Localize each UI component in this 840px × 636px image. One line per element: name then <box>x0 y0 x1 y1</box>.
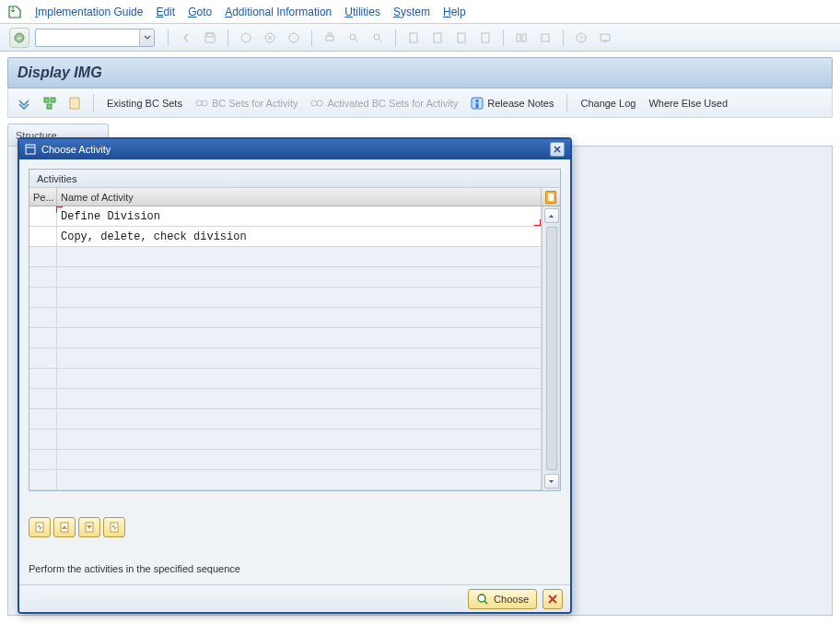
svg-point-24 <box>196 100 202 106</box>
prev-page-icon <box>427 28 448 48</box>
svg-rect-32 <box>26 145 35 154</box>
sap-menu-icon[interactable] <box>7 5 22 19</box>
last-page-button[interactable] <box>103 517 125 537</box>
grid-header: Pe... Name of Activity <box>29 188 560 206</box>
cancel-button[interactable] <box>542 589 563 609</box>
svg-point-5 <box>289 33 298 42</box>
where-else-used-label: Where Else Used <box>648 98 728 109</box>
grid-caption: Activities <box>29 170 560 188</box>
column-perform[interactable]: Pe... <box>29 188 57 206</box>
menu-additional-information[interactable]: Additional Information <box>225 6 332 18</box>
change-log-button[interactable]: Change Log <box>577 96 639 111</box>
cancel-icon <box>260 28 280 48</box>
column-name[interactable]: Name of Activity <box>57 188 542 206</box>
menu-utilities[interactable]: Utilities <box>344 6 380 18</box>
next-page-button[interactable] <box>78 517 100 537</box>
title-bar: Display IMG <box>7 57 833 88</box>
table-row[interactable]: Define Division <box>29 206 542 227</box>
chevron-down-icon[interactable] <box>139 29 154 46</box>
scroll-up-button[interactable] <box>544 208 559 223</box>
menu-goto[interactable]: Goto <box>188 6 212 18</box>
svg-point-25 <box>202 100 207 106</box>
next-page-icon <box>451 28 472 48</box>
svg-point-27 <box>317 100 322 106</box>
scroll-down-button[interactable] <box>544 474 559 489</box>
cell-name[interactable]: Copy, delete, check division <box>57 227 542 246</box>
magnifier-icon <box>476 593 489 606</box>
svg-rect-16 <box>542 34 549 41</box>
svg-point-0 <box>15 33 24 42</box>
table-row <box>29 450 542 470</box>
svg-rect-30 <box>476 103 479 108</box>
svg-rect-21 <box>51 98 55 102</box>
table-row <box>29 267 542 288</box>
close-icon <box>554 146 561 153</box>
instruction-text: Perform the activities in the specified … <box>29 563 561 574</box>
menu-implementation-guide[interactable]: Implementation Guide <box>35 6 143 18</box>
svg-rect-12 <box>458 33 465 42</box>
standard-toolbar: ? <box>0 24 840 52</box>
img-structure-button[interactable] <box>40 95 60 112</box>
table-row <box>29 409 542 430</box>
table-row <box>29 348 542 369</box>
page-title: Display IMG <box>18 65 102 81</box>
prev-page-button[interactable] <box>53 517 76 537</box>
svg-text:?: ? <box>579 34 584 42</box>
first-page-button[interactable] <box>29 517 51 537</box>
choose-button[interactable]: Choose <box>468 589 537 609</box>
svg-rect-10 <box>410 33 417 42</box>
activated-bc-sets-button[interactable]: Activated BC Sets for Activity <box>307 96 461 111</box>
session-icon <box>284 28 304 48</box>
window-icon <box>25 144 36 155</box>
dialog-footer: Choose <box>19 584 570 612</box>
grid-body: Define Division Copy, delete, check divi… <box>29 206 542 490</box>
menu-bar: Implementation Guide Edit Goto Additiona… <box>0 0 840 24</box>
svg-point-3 <box>241 33 251 42</box>
scroll-track[interactable] <box>546 227 557 470</box>
menu-help[interactable]: Help <box>443 6 466 18</box>
table-row <box>29 470 542 490</box>
table-row <box>29 328 542 348</box>
svg-rect-22 <box>47 104 52 109</box>
change-log-label: Change Log <box>580 98 636 109</box>
release-notes-button[interactable]: Release Notes <box>467 95 557 112</box>
table-row <box>29 288 542 308</box>
svg-rect-13 <box>482 33 489 42</box>
choose-button-label: Choose <box>494 594 529 605</box>
svg-rect-6 <box>326 36 333 41</box>
shortcut-icon <box>535 28 555 48</box>
local-layout-icon <box>595 28 615 48</box>
svg-rect-2 <box>207 33 213 37</box>
menu-edit[interactable]: Edit <box>156 6 175 18</box>
menu-system[interactable]: System <box>393 6 430 18</box>
where-else-used-button[interactable]: Where Else Used <box>645 96 731 111</box>
svg-point-37 <box>478 595 485 602</box>
first-page-icon <box>403 28 424 48</box>
print-icon <box>320 28 340 48</box>
find-icon <box>344 28 364 48</box>
dialog-titlebar: Choose Activity <box>19 139 570 159</box>
activities-grid: Activities Pe... Name of Activity Define… <box>29 169 561 491</box>
expand-all-button[interactable] <box>14 95 34 112</box>
doc-button[interactable] <box>65 95 84 112</box>
activated-bc-sets-label: Activated BC Sets for Activity <box>327 98 458 109</box>
vertical-scrollbar[interactable] <box>542 206 560 490</box>
command-field[interactable] <box>35 29 155 47</box>
svg-rect-14 <box>517 34 520 41</box>
dialog-close-button[interactable] <box>550 142 565 157</box>
existing-bc-sets-button[interactable]: Existing BC Sets <box>103 96 186 111</box>
application-toolbar: Existing BC Sets BC Sets for Activity Ac… <box>7 88 833 118</box>
svg-rect-23 <box>70 98 79 109</box>
table-row[interactable]: Copy, delete, check division <box>29 227 542 247</box>
table-row <box>29 247 542 267</box>
enter-button[interactable] <box>9 28 29 48</box>
bc-sets-for-activity-button[interactable]: BC Sets for Activity <box>192 96 302 111</box>
svg-rect-15 <box>522 34 526 41</box>
column-config-button[interactable] <box>542 188 560 206</box>
table-row <box>29 369 542 389</box>
save-icon <box>200 28 220 48</box>
cell-perform <box>29 206 57 226</box>
cell-name[interactable]: Define Division <box>57 206 542 226</box>
table-row <box>29 308 542 328</box>
bc-sets-for-activity-label: BC Sets for Activity <box>212 98 298 109</box>
